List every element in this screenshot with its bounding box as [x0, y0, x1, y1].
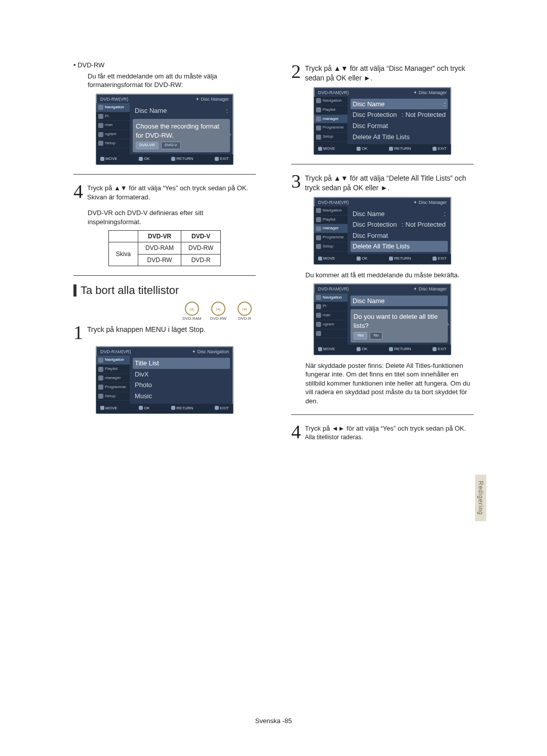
bullet-sub: Du får ett meddelande om att du måste vä…: [88, 72, 256, 90]
vr-note: DVD-VR och DVD-V definieras efter sitt i…: [88, 208, 256, 226]
side-tab: Redigering: [475, 475, 486, 521]
osd-sidebar: Navigation Pl man ogram Setup: [96, 103, 130, 154]
left-step-4: 4 Tryck på ▲▼ för att välja “Yes” och tr…: [73, 182, 256, 201]
disc-icon: (●): [238, 302, 252, 316]
osd-disc-manager-2: DVD-RAM(VR) ✦ Disc Manager Navigation Pl…: [314, 197, 451, 265]
btn-no: No: [370, 332, 382, 340]
osd-disc-manager-1: DVD-RAM(VR) ✦ Disc Manager Navigation Pl…: [314, 87, 451, 155]
nav-icon: [98, 105, 103, 110]
osd-disc-navigation: DVD-RAM(VR) ✦ Disc Navigation Navigation…: [96, 346, 233, 414]
right-column: 2 Tryck på ▲▼ för att välja “Disc Manage…: [291, 61, 474, 444]
osd-format-dialog: DVD-RW(VR) ✦ Disc Manager Navigation Pl …: [96, 94, 233, 165]
protected-note: När skyddade poster finns: Delete All Ti…: [305, 361, 474, 406]
page-footer: Svenska -85: [0, 717, 547, 726]
left-step-1: 1 Tryck på knappen MENU i läget Stop.: [73, 323, 256, 342]
osd-header-left: DVD-RW(VR): [100, 96, 128, 102]
left-column: • DVD-RW Du får ett meddelande om att du…: [73, 61, 256, 444]
btn-yes: Yes: [354, 332, 367, 340]
osd-hint: Choose the recording format for DVD-RW. …: [133, 119, 230, 152]
right-step-2: 2 Tryck på ▲▼ för att välja “Disc Manage…: [291, 62, 474, 83]
disc-badges: (●)DVD-RAM (●)DVD-RW (●)DVD-R: [73, 302, 256, 322]
format-table: DVD-VRDVD-V Skiva DVD-RAM DVD-RW DVD-RW …: [108, 230, 221, 266]
btn-dvd-v: DVD-V: [161, 142, 181, 149]
right-step-4: 4 Tryck på ◄► för att välja “Yes” och tr…: [291, 422, 474, 441]
osd-header-right: ✦ Disc Manager: [196, 96, 229, 102]
section-delete-all: Ta bort alla titellistor: [73, 283, 256, 298]
manual-page: • DVD-RW Du får ett meddelande om att du…: [0, 0, 547, 756]
disc-icon: (●): [211, 302, 225, 316]
osd-confirm-hint: Do you want to delete all title lists? Y…: [350, 309, 448, 343]
confirm-note: Du kommer att få ett meddelande du måste…: [305, 271, 474, 280]
right-step-3: 3 Tryck på ▲▼ för att välja “Delete All …: [291, 172, 474, 193]
bullet-main: • DVD-RW: [73, 61, 256, 70]
disc-icon: (●): [185, 302, 199, 316]
btn-dvd-vr: DVD-VR: [136, 142, 159, 149]
section-bar-icon: [73, 284, 76, 297]
osd-confirm-delete: DVD-RAM(VR) ✦ Disc Manager Navigation Pl…: [314, 283, 451, 355]
